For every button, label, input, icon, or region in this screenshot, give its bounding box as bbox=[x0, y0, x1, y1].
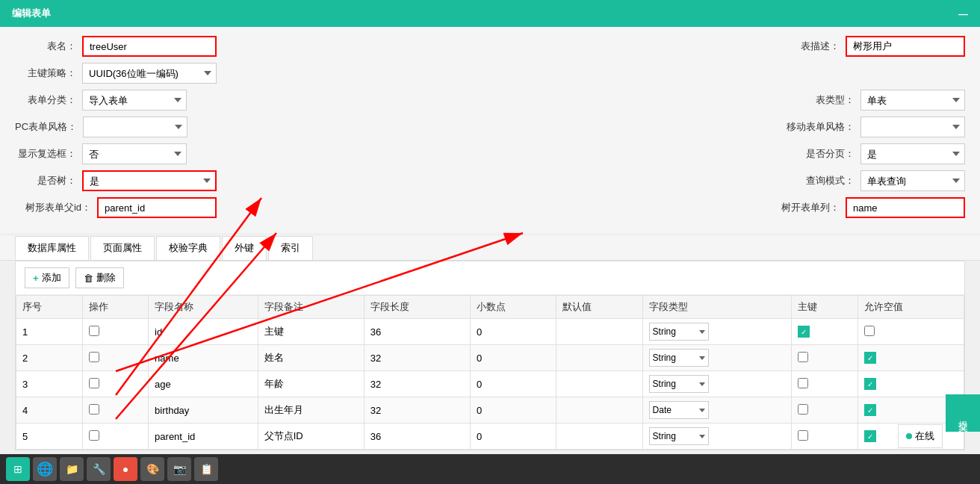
tab-dict[interactable]: 校验字典 bbox=[156, 236, 220, 260]
cell-type: StringDateIntegerDoubleLongText bbox=[642, 424, 792, 450]
row-checkbox[interactable] bbox=[89, 404, 99, 415]
cell-length: 32 bbox=[364, 371, 470, 397]
cell-op bbox=[82, 397, 149, 424]
cell-nullable: ✓ bbox=[858, 345, 964, 371]
pk-checkbox[interactable] bbox=[798, 404, 808, 415]
form-row-3: 表单分类： 导入表单 业务表单 表类型： 单表 主从表 bbox=[15, 90, 965, 111]
col-type: 字段类型 bbox=[642, 296, 792, 319]
online-dot bbox=[906, 433, 912, 439]
form-group-tree-open: 树开表单列： bbox=[648, 197, 965, 218]
table-row: 3age年龄320StringDateIntegerDoubleLongText… bbox=[16, 371, 964, 397]
pk-checkbox[interactable] bbox=[798, 378, 808, 388]
nullable-checked[interactable]: ✓ bbox=[864, 352, 876, 364]
cell-length: 32 bbox=[364, 345, 470, 371]
cell-decimal: 0 bbox=[470, 319, 556, 345]
mobile-form-label: 移动表单风格： bbox=[787, 120, 860, 134]
nullable-checked[interactable]: ✓ bbox=[864, 430, 876, 442]
cell-type: StringDateIntegerDoubleLongText bbox=[642, 397, 792, 424]
form-group-paginate: 是否分页： 是 否 bbox=[648, 143, 965, 164]
col-length: 字段长度 bbox=[364, 296, 470, 319]
minimize-button[interactable]: — bbox=[958, 8, 968, 19]
is-tree-select[interactable]: 是 否 bbox=[82, 170, 217, 191]
table-desc-input[interactable] bbox=[846, 36, 965, 57]
row-checkbox[interactable] bbox=[89, 378, 99, 388]
tab-index[interactable]: 索引 bbox=[268, 236, 313, 260]
cell-nullable: ✓ bbox=[858, 371, 964, 397]
form-group-category: 表单分类： 导入表单 业务表单 bbox=[15, 90, 332, 111]
form-row-6: 是否树： 是 否 查询模式： 单表查询 关联查询 bbox=[15, 170, 965, 191]
form-row-7: 树形表单父id： 树开表单列： bbox=[15, 197, 965, 218]
table-type-select[interactable]: 单表 主从表 bbox=[860, 90, 965, 111]
is-paginate-select[interactable]: 是 否 bbox=[860, 143, 965, 164]
table-name-input[interactable] bbox=[82, 36, 217, 57]
col-nullable: 允许空值 bbox=[858, 296, 964, 319]
tree-open-col-input[interactable] bbox=[846, 197, 965, 218]
cell-default bbox=[556, 319, 642, 345]
form-group-tablename: 表名： bbox=[15, 36, 332, 57]
cell-name: age bbox=[149, 371, 258, 397]
type-select[interactable]: StringDateIntegerDoubleLongText bbox=[649, 349, 709, 367]
cell-op bbox=[82, 345, 149, 371]
type-select[interactable]: StringDateIntegerDoubleLongText bbox=[649, 323, 709, 341]
cell-op bbox=[82, 371, 149, 397]
row-checkbox[interactable] bbox=[89, 352, 99, 362]
col-action: 操作 bbox=[82, 296, 149, 319]
table-row: 4birthday出生年月320StringDateIntegerDoubleL… bbox=[16, 397, 964, 424]
cell-decimal: 0 bbox=[470, 424, 556, 450]
tab-db[interactable]: 数据库属性 bbox=[15, 236, 89, 260]
row-checkbox[interactable] bbox=[89, 430, 99, 441]
cell-name: parent_id bbox=[149, 424, 258, 450]
delete-button[interactable]: 🗑 删除 bbox=[75, 267, 124, 288]
cell-default bbox=[556, 345, 642, 371]
cell-comment: 年龄 bbox=[258, 371, 364, 397]
dialog-title: 编辑表单 bbox=[12, 7, 51, 20]
plus-icon: + bbox=[33, 273, 39, 284]
show-checkbox-select[interactable]: 否 是 bbox=[82, 143, 187, 164]
table-row: 5parent_id父节点ID360StringDateIntegerDoubl… bbox=[16, 424, 964, 450]
pk-strategy-select[interactable]: UUID(36位唯一编码) 自增 手动输入 bbox=[82, 63, 217, 84]
query-mode-select[interactable]: 单表查询 关联查询 bbox=[860, 170, 965, 191]
form-group-query-mode: 查询模式： 单表查询 关联查询 bbox=[648, 170, 965, 191]
show-checkbox-label: 显示复选框： bbox=[15, 147, 82, 161]
submit-button[interactable]: 提交 bbox=[946, 394, 980, 432]
trash-icon: 🗑 bbox=[84, 273, 93, 284]
form-category-select[interactable]: 导入表单 业务表单 bbox=[82, 90, 187, 111]
nullable-checked[interactable]: ✓ bbox=[864, 404, 876, 416]
cell-seq: 4 bbox=[16, 397, 83, 424]
type-select[interactable]: StringDateIntegerDoubleLongText bbox=[649, 375, 709, 393]
cell-decimal: 0 bbox=[470, 397, 556, 424]
type-select[interactable]: StringDateIntegerDoubleLongText bbox=[649, 427, 709, 445]
form-row-4: PC表单风格： 移动表单风格： bbox=[15, 117, 965, 137]
cell-pk bbox=[792, 397, 858, 424]
row-checkbox[interactable] bbox=[89, 326, 99, 336]
pk-checkbox[interactable] bbox=[798, 352, 808, 362]
table-type-label: 表类型： bbox=[793, 93, 860, 107]
col-seq: 序号 bbox=[16, 296, 83, 319]
tab-page[interactable]: 页面属性 bbox=[90, 236, 155, 260]
form-row-2: 主键策略： UUID(36位唯一编码) 自增 手动输入 bbox=[15, 63, 965, 84]
pk-checkbox[interactable] bbox=[798, 430, 808, 441]
table-row: 1id主键360StringDateIntegerDoubleLongText✓ bbox=[16, 319, 964, 345]
cell-type: StringDateIntegerDoubleLongText bbox=[642, 319, 792, 345]
cell-length: 36 bbox=[364, 424, 470, 450]
mobile-form-select[interactable] bbox=[860, 117, 965, 137]
query-mode-label: 查询模式： bbox=[793, 174, 860, 187]
online-badge: 在线 bbox=[898, 424, 943, 448]
cell-comment: 父节点ID bbox=[258, 424, 364, 450]
form-group-tree-parent: 树形表单父id： bbox=[15, 197, 332, 218]
fields-table: 序号 操作 字段名称 字段备注 字段长度 小数点 默认值 字段类型 主键 允许空… bbox=[16, 295, 964, 450]
col-pk: 主键 bbox=[792, 296, 858, 319]
pk-checked[interactable]: ✓ bbox=[798, 326, 810, 338]
tab-fk[interactable]: 外键 bbox=[222, 236, 267, 260]
col-decimal: 小数点 bbox=[470, 296, 556, 319]
delete-label: 删除 bbox=[96, 271, 116, 285]
cell-name: name bbox=[149, 345, 258, 371]
cell-comment: 主键 bbox=[258, 319, 364, 345]
nullable-checkbox[interactable] bbox=[864, 326, 875, 336]
pc-form-select[interactable] bbox=[83, 117, 187, 137]
type-select[interactable]: StringDateIntegerDoubleLongText bbox=[649, 401, 709, 419]
add-button[interactable]: + 添加 bbox=[25, 267, 69, 288]
form-group-pk: 主键策略： UUID(36位唯一编码) 自增 手动输入 bbox=[15, 63, 965, 84]
tree-parent-input[interactable] bbox=[97, 197, 217, 218]
nullable-checked[interactable]: ✓ bbox=[864, 378, 876, 390]
